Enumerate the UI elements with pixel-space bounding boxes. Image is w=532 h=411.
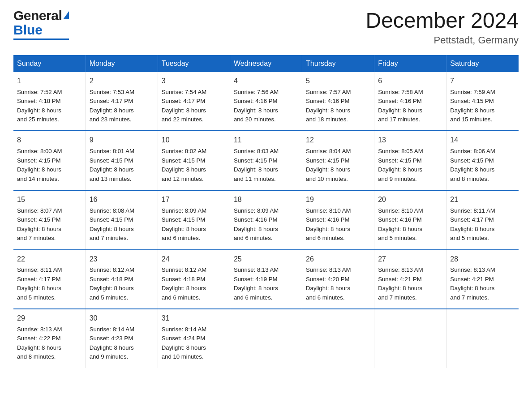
day-info: Sunrise: 7:59 AM Sunset: 4:15 PM Dayligh… xyxy=(450,88,515,124)
calendar-cell: 7Sunrise: 7:59 AM Sunset: 4:15 PM Daylig… xyxy=(446,72,519,131)
col-header-wednesday: Wednesday xyxy=(230,55,302,72)
calendar-cell: 31Sunrise: 8:14 AM Sunset: 4:24 PM Dayli… xyxy=(158,309,230,368)
calendar-cell: 17Sunrise: 8:09 AM Sunset: 4:15 PM Dayli… xyxy=(158,190,230,250)
main-title: December 2024 xyxy=(365,9,519,33)
title-section: December 2024 Pettstadt, Germany xyxy=(365,9,519,46)
calendar-cell: 20Sunrise: 8:10 AM Sunset: 4:16 PM Dayli… xyxy=(374,190,446,250)
day-info: Sunrise: 7:58 AM Sunset: 4:16 PM Dayligh… xyxy=(378,88,442,124)
calendar-cell: 2Sunrise: 7:53 AM Sunset: 4:17 PM Daylig… xyxy=(86,72,158,131)
page-header: General Blue December 2024 Pettstadt, Ge… xyxy=(13,9,519,46)
logo: General Blue xyxy=(13,9,69,40)
day-info: Sunrise: 8:14 AM Sunset: 4:24 PM Dayligh… xyxy=(162,325,226,362)
calendar-cell xyxy=(302,309,374,368)
calendar-cell: 1Sunrise: 7:52 AM Sunset: 4:18 PM Daylig… xyxy=(13,72,86,131)
calendar-cell xyxy=(446,309,519,368)
calendar-cell: 23Sunrise: 8:12 AM Sunset: 4:18 PM Dayli… xyxy=(86,250,158,309)
day-number: 29 xyxy=(17,313,82,324)
logo-general-text: General xyxy=(13,8,62,23)
day-number: 8 xyxy=(17,135,82,146)
day-info: Sunrise: 8:10 AM Sunset: 4:16 PM Dayligh… xyxy=(306,206,370,243)
calendar-cell: 25Sunrise: 8:13 AM Sunset: 4:19 PM Dayli… xyxy=(230,250,302,309)
day-info: Sunrise: 8:13 AM Sunset: 4:20 PM Dayligh… xyxy=(306,265,370,302)
week-row-4: 22Sunrise: 8:11 AM Sunset: 4:17 PM Dayli… xyxy=(13,250,519,309)
day-info: Sunrise: 8:11 AM Sunset: 4:17 PM Dayligh… xyxy=(17,265,82,302)
calendar-cell: 26Sunrise: 8:13 AM Sunset: 4:20 PM Dayli… xyxy=(302,250,374,309)
day-number: 28 xyxy=(450,254,515,265)
calendar-cell: 27Sunrise: 8:13 AM Sunset: 4:21 PM Dayli… xyxy=(374,250,446,309)
calendar-cell: 10Sunrise: 8:02 AM Sunset: 4:15 PM Dayli… xyxy=(158,131,230,190)
col-header-saturday: Saturday xyxy=(446,55,519,72)
calendar-cell: 6Sunrise: 7:58 AM Sunset: 4:16 PM Daylig… xyxy=(374,72,446,131)
calendar-cell: 3Sunrise: 7:54 AM Sunset: 4:17 PM Daylig… xyxy=(158,72,230,131)
day-info: Sunrise: 8:06 AM Sunset: 4:15 PM Dayligh… xyxy=(450,147,515,184)
logo-triangle-icon xyxy=(63,11,69,19)
day-number: 16 xyxy=(90,194,154,206)
calendar-header-row: SundayMondayTuesdayWednesdayThursdayFrid… xyxy=(13,55,519,72)
day-number: 6 xyxy=(378,76,442,87)
day-number: 10 xyxy=(162,135,226,146)
calendar-cell: 30Sunrise: 8:14 AM Sunset: 4:23 PM Dayli… xyxy=(86,309,158,368)
calendar-cell xyxy=(230,309,302,368)
logo-general: General xyxy=(13,9,69,22)
calendar-cell: 9Sunrise: 8:01 AM Sunset: 4:15 PM Daylig… xyxy=(86,131,158,190)
calendar-cell: 16Sunrise: 8:08 AM Sunset: 4:15 PM Dayli… xyxy=(86,190,158,250)
day-number: 23 xyxy=(90,254,154,265)
calendar-cell: 29Sunrise: 8:13 AM Sunset: 4:22 PM Dayli… xyxy=(13,309,86,368)
col-header-sunday: Sunday xyxy=(13,55,86,72)
day-info: Sunrise: 8:13 AM Sunset: 4:22 PM Dayligh… xyxy=(17,325,82,362)
day-number: 22 xyxy=(17,254,82,265)
col-header-monday: Monday xyxy=(86,55,158,72)
day-info: Sunrise: 7:53 AM Sunset: 4:17 PM Dayligh… xyxy=(90,88,154,124)
week-row-3: 15Sunrise: 8:07 AM Sunset: 4:15 PM Dayli… xyxy=(13,190,519,250)
day-number: 13 xyxy=(378,135,442,146)
day-number: 2 xyxy=(90,76,154,87)
col-header-tuesday: Tuesday xyxy=(158,55,230,72)
calendar-cell: 15Sunrise: 8:07 AM Sunset: 4:15 PM Dayli… xyxy=(13,190,86,250)
day-number: 27 xyxy=(378,254,442,265)
day-number: 11 xyxy=(234,135,298,146)
day-number: 3 xyxy=(162,76,226,87)
day-info: Sunrise: 7:52 AM Sunset: 4:18 PM Dayligh… xyxy=(17,88,82,124)
day-number: 25 xyxy=(234,254,298,265)
calendar-cell: 19Sunrise: 8:10 AM Sunset: 4:16 PM Dayli… xyxy=(302,190,374,250)
day-info: Sunrise: 8:13 AM Sunset: 4:21 PM Dayligh… xyxy=(450,265,515,302)
day-number: 5 xyxy=(306,76,370,87)
day-number: 17 xyxy=(162,194,226,206)
day-info: Sunrise: 7:56 AM Sunset: 4:16 PM Dayligh… xyxy=(234,88,298,124)
week-row-5: 29Sunrise: 8:13 AM Sunset: 4:22 PM Dayli… xyxy=(13,309,519,368)
day-info: Sunrise: 8:09 AM Sunset: 4:15 PM Dayligh… xyxy=(162,206,226,243)
subtitle: Pettstadt, Germany xyxy=(365,34,519,46)
day-info: Sunrise: 8:01 AM Sunset: 4:15 PM Dayligh… xyxy=(90,147,154,184)
day-info: Sunrise: 8:12 AM Sunset: 4:18 PM Dayligh… xyxy=(90,265,154,302)
day-number: 21 xyxy=(450,194,515,206)
day-number: 24 xyxy=(162,254,226,265)
day-number: 26 xyxy=(306,254,370,265)
calendar-cell: 4Sunrise: 7:56 AM Sunset: 4:16 PM Daylig… xyxy=(230,72,302,131)
day-number: 14 xyxy=(450,135,515,146)
day-info: Sunrise: 8:09 AM Sunset: 4:16 PM Dayligh… xyxy=(234,206,298,243)
day-number: 4 xyxy=(234,76,298,87)
calendar-cell: 28Sunrise: 8:13 AM Sunset: 4:21 PM Dayli… xyxy=(446,250,519,309)
day-number: 20 xyxy=(378,194,442,206)
calendar-cell: 8Sunrise: 8:00 AM Sunset: 4:15 PM Daylig… xyxy=(13,131,86,190)
day-number: 31 xyxy=(162,313,226,324)
calendar-cell: 22Sunrise: 8:11 AM Sunset: 4:17 PM Dayli… xyxy=(13,250,86,309)
day-number: 18 xyxy=(234,194,298,206)
col-header-thursday: Thursday xyxy=(302,55,374,72)
calendar-cell: 24Sunrise: 8:12 AM Sunset: 4:18 PM Dayli… xyxy=(158,250,230,309)
calendar-cell xyxy=(374,309,446,368)
day-info: Sunrise: 8:10 AM Sunset: 4:16 PM Dayligh… xyxy=(378,206,442,243)
day-info: Sunrise: 8:08 AM Sunset: 4:15 PM Dayligh… xyxy=(90,206,154,243)
calendar-cell: 14Sunrise: 8:06 AM Sunset: 4:15 PM Dayli… xyxy=(446,131,519,190)
day-info: Sunrise: 7:54 AM Sunset: 4:17 PM Dayligh… xyxy=(162,88,226,124)
day-number: 1 xyxy=(17,76,82,87)
calendar-cell: 5Sunrise: 7:57 AM Sunset: 4:16 PM Daylig… xyxy=(302,72,374,131)
day-info: Sunrise: 8:04 AM Sunset: 4:15 PM Dayligh… xyxy=(306,147,370,184)
day-number: 19 xyxy=(306,194,370,206)
day-number: 9 xyxy=(90,135,154,146)
calendar-table: SundayMondayTuesdayWednesdayThursdayFrid… xyxy=(13,55,519,368)
calendar-cell: 13Sunrise: 8:05 AM Sunset: 4:15 PM Dayli… xyxy=(374,131,446,190)
day-info: Sunrise: 8:13 AM Sunset: 4:21 PM Dayligh… xyxy=(378,265,442,302)
day-number: 7 xyxy=(450,76,515,87)
day-info: Sunrise: 8:13 AM Sunset: 4:19 PM Dayligh… xyxy=(234,265,298,302)
